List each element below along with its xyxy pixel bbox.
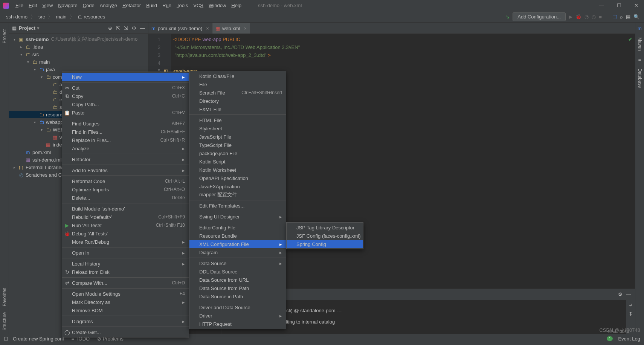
menu-item[interactable]: 📋PasteCtrl+V <box>62 108 189 117</box>
menu-item[interactable]: mapper 配置文件 <box>189 191 286 199</box>
menu-item[interactable]: Open Module SettingsF4 <box>62 290 189 298</box>
hammer-icon[interactable]: ↘ <box>505 14 510 20</box>
gear-icon[interactable]: ⚙ <box>132 25 136 31</box>
new-submenu[interactable]: Kotlin Class/FileFileScratch FileCtrl+Al… <box>189 71 286 329</box>
menu-item[interactable]: File <box>189 80 286 89</box>
hide-icon[interactable]: — <box>140 25 145 31</box>
hide-icon[interactable]: — <box>626 292 631 297</box>
gear-icon[interactable]: ⚙ <box>618 292 623 297</box>
menu-item[interactable]: Data Source in Path <box>189 292 286 301</box>
menu-item[interactable]: package.json File <box>189 149 286 157</box>
profile-icon[interactable]: ◷ <box>592 14 596 20</box>
menu-item[interactable]: 🐞Debug 'All Tests' <box>62 229 189 238</box>
breadcrumb[interactable]: 🗀 resources <box>76 14 107 20</box>
menu-item[interactable]: Diagram▸ <box>189 248 286 256</box>
menu-item[interactable]: Optimize ImportsCtrl+Alt+O <box>62 185 189 194</box>
maximize-button[interactable]: ☐ <box>614 3 624 8</box>
menu-item[interactable]: XML Configuration File▸ <box>189 240 286 248</box>
menu-item[interactable]: OpenAPI Specification <box>189 174 286 182</box>
inspection-ok-icon[interactable]: ✔ <box>628 36 633 42</box>
menu-item[interactable]: HTTP Request <box>189 320 286 328</box>
collapse-icon[interactable]: ⇱ <box>116 25 120 31</box>
menu-item[interactable]: Kotlin Class/File <box>189 72 286 80</box>
menu-item[interactable]: Directory <box>189 97 286 105</box>
menu-item[interactable]: Data Source from Path <box>189 284 286 292</box>
menu-item[interactable]: ◯Create Gist... <box>62 328 189 336</box>
menu-item[interactable]: Replace in Files...Ctrl+Shift+R <box>62 136 189 144</box>
menu-item[interactable]: Delete...Delete <box>62 194 189 202</box>
menu-window[interactable]: Window <box>206 3 229 8</box>
menu-edit[interactable]: Edit <box>26 3 40 8</box>
menu-help[interactable]: Help <box>229 3 244 8</box>
menu-refactor[interactable]: Refactor <box>120 3 143 8</box>
structure-icon[interactable]: ▤ <box>626 14 630 20</box>
tab-pom[interactable]: mpom.xml (ssh-demo)× <box>148 23 212 34</box>
menu-item[interactable]: Data Source from URL <box>189 276 286 284</box>
breadcrumb[interactable]: src <box>37 14 46 20</box>
menu-item[interactable]: Mark Directory as▸ <box>62 298 189 306</box>
maven-vtab[interactable]: Maven <box>636 36 643 52</box>
menu-item[interactable]: Find in Files...Ctrl+Shift+F <box>62 128 189 136</box>
menu-item[interactable]: Add to Favorites▸ <box>62 166 189 174</box>
project-vtab[interactable]: Project <box>1 26 8 46</box>
project-dropdown-icon[interactable]: ▦ <box>12 25 17 31</box>
debug-icon[interactable]: 🐞 <box>575 14 581 20</box>
menu-item[interactable]: Driver▸ <box>189 311 286 320</box>
breadcrumb[interactable]: main <box>54 14 68 20</box>
menu-item[interactable]: ↻Reload from Disk <box>62 268 189 276</box>
menu-item[interactable]: TypeScript File <box>189 141 286 149</box>
menu-tools[interactable]: Tools <box>174 3 191 8</box>
project-panel-title[interactable]: Project <box>19 25 35 31</box>
menu-run[interactable]: Run <box>160 3 174 8</box>
menu-navigate[interactable]: Navigate <box>55 3 80 8</box>
breadcrumb[interactable]: ssh-demo <box>5 14 29 20</box>
favorites-vtab[interactable]: Favorites <box>1 285 8 309</box>
structure-vtab[interactable]: Structure <box>1 309 8 334</box>
soft-wrap-icon[interactable]: ⤶ <box>629 302 633 308</box>
menu-item[interactable]: Edit File Templates... <box>189 202 286 210</box>
tab-webxml[interactable]: ▦web.xml× <box>212 23 250 34</box>
run-icon[interactable]: ▶ <box>569 14 572 20</box>
menu-vcs[interactable]: VCS <box>191 3 206 8</box>
menu-item[interactable]: JSP Tag Library Descriptor <box>287 223 363 232</box>
menu-item[interactable]: Remove BOM <box>62 306 189 314</box>
context-menu[interactable]: New▸✂CutCtrl+X⧉CopyCtrl+CCopy Path...📋Pa… <box>62 72 189 337</box>
locate-icon[interactable]: ⊕ <box>108 25 112 31</box>
menu-item[interactable]: Data Source▸ <box>189 259 286 267</box>
find-icon[interactable]: 🔍 <box>633 14 639 20</box>
menu-item[interactable]: Reformat CodeCtrl+Alt+L <box>62 177 189 185</box>
menu-code[interactable]: Code <box>80 3 97 8</box>
menu-item[interactable]: Resource Bundle <box>189 232 286 240</box>
menu-item[interactable]: JavaScript File <box>189 133 286 141</box>
menu-item[interactable]: Spring Config <box>287 240 363 248</box>
chevron-down-icon[interactable]: ▾ <box>37 25 40 31</box>
menu-item[interactable]: Copy Path... <box>62 100 189 108</box>
search-icon[interactable]: ⌕ <box>620 14 623 20</box>
menu-item[interactable]: Local History▸ <box>62 260 189 268</box>
menu-item[interactable]: Kotlin Script <box>189 157 286 166</box>
menu-item[interactable]: Find UsagesAlt+F7 <box>62 119 189 128</box>
menu-item[interactable]: Kotlin Worksheet <box>189 166 286 174</box>
scroll-icon[interactable]: ↧ <box>629 311 633 317</box>
menu-analyze[interactable]: Analyze <box>97 3 120 8</box>
menu-item[interactable]: Build Module 'ssh-demo' <box>62 205 189 213</box>
coverage-icon[interactable]: ◔ <box>584 14 589 20</box>
close-button[interactable]: ✕ <box>632 3 641 8</box>
close-icon[interactable]: × <box>244 26 247 31</box>
menu-item[interactable]: Scratch FileCtrl+Alt+Shift+Insert <box>189 89 286 97</box>
menu-file[interactable]: File <box>13 3 26 8</box>
menu-item[interactable]: ▶Run 'All Tests'Ctrl+Shift+F10 <box>62 221 189 229</box>
menu-item[interactable]: JavaFXApplication <box>189 182 286 191</box>
close-icon[interactable]: × <box>206 26 209 31</box>
menu-item[interactable]: New▸ <box>62 73 189 81</box>
menu-item[interactable]: More Run/Debug▸ <box>62 238 189 246</box>
menu-item[interactable]: Analyze▸ <box>62 144 189 153</box>
minimize-button[interactable]: — <box>597 3 607 8</box>
menu-item[interactable]: ⇄Compare With...Ctrl+D <box>62 279 189 287</box>
menu-item[interactable]: FXML File <box>189 105 286 113</box>
event-log-badge[interactable]: 1 <box>607 336 613 341</box>
git-icon[interactable]: ⬚ <box>612 14 617 20</box>
menu-item[interactable]: Driver and Data Source <box>189 303 286 311</box>
menu-item[interactable]: JSF Config (faces-config.xml) <box>287 232 363 240</box>
event-log-button[interactable]: Event Log <box>618 336 640 342</box>
